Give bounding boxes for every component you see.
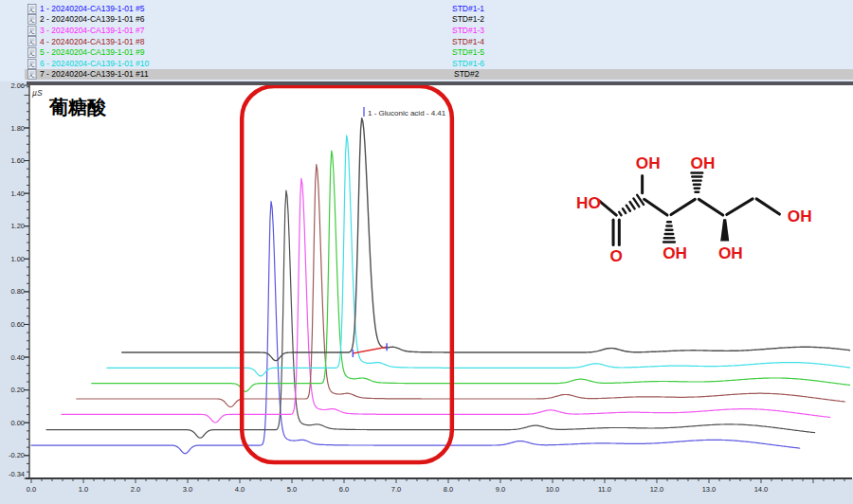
- x-axis-tick-label: 14.0: [754, 485, 769, 494]
- standard-id-label: STD#1-3: [452, 26, 484, 35]
- x-axis-tick-label: 7.0: [391, 485, 401, 494]
- y-axis-tick-label: 2.06: [10, 81, 25, 90]
- x-axis-tick-label: 9.0: [496, 485, 505, 494]
- x-axis-tick-label: 5.0: [287, 485, 297, 494]
- legend-row[interactable]: 4 - 20240204-CA139-1-01 #8STD#1-4: [0, 36, 853, 47]
- chromatography-workspace: 1 - 20240204-CA139-1-01 #5STD#1-12 - 202…: [0, 0, 853, 504]
- y-axis-tick-label: 0.20: [10, 386, 25, 394]
- solid-wedge-bond: [720, 219, 729, 241]
- chromatogram-file-icon: [27, 59, 37, 69]
- bond: [644, 199, 667, 215]
- bond: [699, 199, 722, 215]
- x-axis-tick-label: 10.0: [546, 485, 560, 494]
- chromatogram-file-icon: [27, 47, 37, 58]
- chromatogram-file-icon: [27, 4, 37, 14]
- bond: [671, 199, 695, 214]
- standard-id-label: STD#1-4: [452, 37, 484, 46]
- x-axis-tick-label: 4.0: [235, 485, 245, 494]
- y-axis-tick-label: 0.00: [10, 419, 25, 427]
- y-axis-tick-label: 0.80: [10, 287, 25, 296]
- x-axis-tick-label: 1.0: [79, 485, 88, 494]
- y-axis-tick-label: -0.34: [9, 470, 25, 478]
- atom-label-oh-c3: OH: [662, 243, 687, 262]
- peak-annotation-label: 1 - Gluconic acid - 4.41: [368, 109, 446, 117]
- bond: [756, 199, 779, 214]
- legend-row[interactable]: 3 - 20240204-CA139-1-01 #7STD#1-3: [0, 25, 853, 36]
- y-axis-unit-label: µS: [32, 88, 43, 98]
- gluconic-acid-structure: HOOOHOHOHOHOH: [573, 133, 844, 286]
- x-axis-tick-label: 11.0: [598, 485, 611, 494]
- y-axis-tick-label: 1.40: [10, 189, 25, 198]
- sample-name-label: 4 - 20240204-CA139-1-01 #8: [40, 37, 145, 46]
- x-axis-tick-label: 12.0: [650, 485, 664, 494]
- x-axis-tick-label: 0.0: [27, 485, 36, 494]
- chromatogram-file-icon: [27, 14, 37, 25]
- y-axis-tick-label: 1.80: [10, 124, 25, 133]
- y-axis-tick-label: 1.20: [10, 222, 25, 230]
- atom-label-o-carbonyl: O: [610, 246, 623, 265]
- chromatogram-file-icon: [27, 69, 37, 80]
- y-axis-tick-label: 0.40: [10, 353, 25, 362]
- atom-label-oh-terminal: OH: [788, 207, 812, 225]
- x-axis-tick-label: 8.0: [444, 485, 453, 494]
- hash-wedge-bond: [623, 208, 626, 213]
- sample-name-label: 5 - 20240204-CA139-1-01 #9: [40, 47, 145, 57]
- sample-name-label: 3 - 20240204-CA139-1-01 #7: [40, 26, 145, 35]
- y-axis-tick-label: 1.60: [10, 156, 25, 165]
- bond: [599, 201, 616, 215]
- atom-label-oh-c4: OH: [691, 153, 716, 172]
- hash-wedge-bond: [630, 202, 635, 208]
- standard-id-label: STD#1-1: [452, 4, 484, 13]
- legend-row[interactable]: 7 - 20240204-CA139-1-01 #11STD#2: [25, 69, 853, 81]
- standard-id-label: STD#1-5: [452, 47, 484, 57]
- x-axis-tick-label: 2.0: [131, 485, 140, 494]
- standard-id-label: STD#1-6: [452, 59, 484, 68]
- atom-label-ho-left: HO: [576, 193, 601, 212]
- y-axis-tick-label: -0.20: [9, 451, 25, 459]
- y-axis-tick-label: 0.60: [10, 320, 25, 329]
- standard-id-label: STD#2: [454, 69, 479, 79]
- hash-wedge-bond: [626, 206, 630, 211]
- panel-separator: [27, 81, 853, 85]
- x-axis-tick-label: 6.0: [339, 485, 349, 494]
- hash-wedge-bond: [637, 195, 644, 205]
- atom-label-oh-c5: OH: [718, 243, 743, 262]
- legend-row[interactable]: 5 - 20240204-CA139-1-01 #9STD#1-5: [0, 46, 853, 58]
- sample-name-label: 1 - 20240204-CA139-1-01 #5: [40, 4, 145, 13]
- sample-name-label: 6 - 20240204-CA139-1-01 #10: [40, 59, 149, 68]
- atom-label-oh-c2: OH: [636, 153, 661, 172]
- plot-title: 葡糖酸: [49, 95, 106, 120]
- chromatogram-file-icon: [27, 26, 37, 36]
- chromatogram-file-icon: [27, 36, 37, 46]
- legend-row[interactable]: 2 - 20240204-CA139-1-01 #6STD#1-2: [0, 14, 853, 26]
- legend-row[interactable]: 6 - 20240204-CA139-1-01 #10STD#1-6: [0, 58, 853, 69]
- y-axis-tick-label: 1.00: [10, 255, 25, 263]
- standard-id-label: STD#1-2: [452, 14, 484, 24]
- x-axis-tick-label: 3.0: [183, 485, 192, 494]
- hash-wedge-bond: [633, 198, 639, 207]
- hash-wedge-bond: [619, 212, 621, 215]
- sample-name-label: 2 - 20240204-CA139-1-01 #6: [40, 14, 145, 24]
- x-axis-tick-label: 13.0: [702, 485, 717, 494]
- sample-legend-panel: 1 - 20240204-CA139-1-01 #5STD#1-12 - 202…: [0, 0, 853, 81]
- bond: [727, 199, 753, 215]
- sample-name-label: 7 - 20240204-CA139-1-01 #11: [40, 69, 149, 79]
- legend-row[interactable]: 1 - 20240204-CA139-1-01 #5STD#1-1: [0, 3, 853, 14]
